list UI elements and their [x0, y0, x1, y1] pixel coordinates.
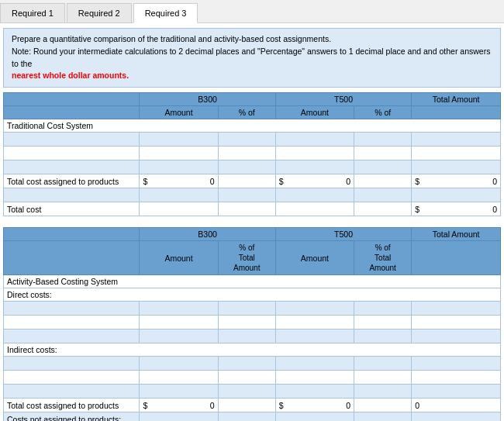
trad-input-d3-pct2[interactable]	[357, 163, 408, 172]
abc-input-dr1-pct2[interactable]	[357, 304, 408, 313]
abc-dr2-total[interactable]	[412, 316, 501, 330]
abc-ir3-pct1[interactable]	[218, 385, 275, 399]
trad-total-assigned-pct2[interactable]	[354, 174, 412, 188]
trad-d3-pct2[interactable]	[354, 160, 412, 174]
trad-d1-amt2[interactable]	[275, 133, 354, 147]
abc-dr2-amt1[interactable]	[140, 316, 218, 330]
abc-ir1-pct1[interactable]	[218, 357, 275, 371]
abc-ir2-amt2[interactable]	[275, 371, 354, 385]
abc-input-ir2-pct2[interactable]	[357, 373, 408, 382]
abc-input-ir2-amt1[interactable]	[143, 373, 214, 382]
abc-input-dr1-pct1[interactable]	[222, 304, 272, 313]
abc-input-ir1-total[interactable]	[415, 359, 497, 368]
tab-required-3[interactable]: Required 3	[133, 3, 198, 23]
abc-input-dr1-total[interactable]	[415, 304, 497, 313]
abc-dr2-pct1[interactable]	[218, 316, 275, 330]
abc-input-ir1-pct1[interactable]	[222, 359, 272, 368]
abc-input-total-pct2[interactable]	[357, 401, 408, 410]
abc-ir1-amt2[interactable]	[275, 357, 354, 371]
abc-input-ir3-pct2[interactable]	[357, 387, 408, 396]
trad-d2-amt2[interactable]	[275, 147, 354, 160]
abc-ir3-amt2[interactable]	[275, 385, 354, 399]
abc-dr1-pct2[interactable]	[354, 302, 412, 316]
trad-input-d3-pct1[interactable]	[222, 163, 272, 172]
trad-input-d2-pct2[interactable]	[357, 149, 408, 158]
trad-d2-amt1[interactable]	[140, 147, 218, 160]
abc-dr3-total[interactable]	[412, 330, 501, 343]
trad-input-d2-pct1[interactable]	[222, 149, 272, 158]
trad-input-d2-total[interactable]	[415, 149, 497, 158]
trad-input-d1-amt1[interactable]	[143, 135, 214, 144]
abc-input-dr3-amt2[interactable]	[279, 332, 350, 341]
abc-input-ir3-total[interactable]	[415, 387, 497, 396]
abc-input-dr3-total[interactable]	[415, 332, 497, 341]
abc-input-dr2-pct2[interactable]	[357, 318, 408, 327]
abc-input-dr1-amt2[interactable]	[279, 304, 350, 313]
trad-d1-pct2[interactable]	[354, 133, 412, 147]
abc-dr3-pct2[interactable]	[354, 330, 412, 343]
abc-ir2-pct2[interactable]	[354, 371, 412, 385]
abc-dr2-amt2[interactable]	[275, 316, 354, 330]
abc-input-ir2-pct1[interactable]	[222, 373, 272, 382]
trad-input-d2-amt2[interactable]	[279, 149, 350, 158]
trad-input-d1-pct1[interactable]	[222, 135, 272, 144]
abc-total-assigned-pct1[interactable]	[218, 399, 275, 412]
abc-ir1-amt1[interactable]	[140, 357, 218, 371]
abc-input-dr2-total[interactable]	[415, 318, 497, 327]
abc-input-dr2-amt2[interactable]	[279, 318, 350, 327]
abc-input-ir3-amt1[interactable]	[143, 387, 214, 396]
abc-dr1-pct1[interactable]	[218, 302, 275, 316]
abc-input-total-pct1[interactable]	[222, 401, 272, 410]
trad-d3-total[interactable]	[412, 160, 501, 174]
abc-ir1-pct2[interactable]	[354, 357, 412, 371]
trad-d2-pct2[interactable]	[354, 147, 412, 160]
abc-input-dr2-amt1[interactable]	[143, 318, 214, 327]
tab-required-2[interactable]: Required 2	[67, 3, 132, 22]
abc-input-ir2-amt2[interactable]	[279, 373, 350, 382]
abc-dr1-amt2[interactable]	[275, 302, 354, 316]
abc-dr1-total[interactable]	[412, 302, 501, 316]
abc-total-assigned-pct2[interactable]	[354, 399, 412, 412]
abc-ir2-total[interactable]	[412, 371, 501, 385]
trad-input-d3-amt2[interactable]	[279, 163, 350, 172]
abc-ir3-total[interactable]	[412, 385, 501, 399]
abc-dr3-amt2[interactable]	[275, 330, 354, 343]
abc-dr1-amt1[interactable]	[140, 302, 218, 316]
abc-input-ir2-total[interactable]	[415, 373, 497, 382]
abc-input-ir1-amt1[interactable]	[143, 359, 214, 368]
abc-input-ir1-pct2[interactable]	[357, 359, 408, 368]
trad-d1-total[interactable]	[412, 133, 501, 147]
trad-input-d1-total[interactable]	[415, 135, 497, 144]
trad-d3-pct1[interactable]	[218, 160, 275, 174]
trad-input-total-pct2[interactable]	[357, 177, 408, 186]
tab-required-1[interactable]: Required 1	[0, 3, 65, 22]
abc-input-dr3-pct1[interactable]	[222, 332, 272, 341]
trad-d1-pct1[interactable]	[218, 133, 275, 147]
abc-ir3-pct2[interactable]	[354, 385, 412, 399]
trad-d2-total[interactable]	[412, 147, 501, 160]
trad-input-d3-total[interactable]	[415, 163, 497, 172]
abc-input-ir3-pct1[interactable]	[222, 387, 272, 396]
abc-ir3-amt1[interactable]	[140, 385, 218, 399]
abc-ir2-amt1[interactable]	[140, 371, 218, 385]
abc-dr2-pct2[interactable]	[354, 316, 412, 330]
trad-total-assigned-pct1[interactable]	[218, 174, 275, 188]
trad-input-d2-amt1[interactable]	[143, 149, 214, 158]
trad-input-d1-amt2[interactable]	[279, 135, 350, 144]
trad-input-d1-pct2[interactable]	[357, 135, 408, 144]
abc-dr3-pct1[interactable]	[218, 330, 275, 343]
trad-input-total-pct1[interactable]	[222, 177, 272, 186]
trad-d1-amt1[interactable]	[140, 133, 218, 147]
trad-d3-amt1[interactable]	[140, 160, 218, 174]
abc-input-dr1-amt1[interactable]	[143, 304, 214, 313]
abc-ir2-pct1[interactable]	[218, 371, 275, 385]
abc-input-dr2-pct1[interactable]	[222, 318, 272, 327]
abc-input-ir3-amt2[interactable]	[279, 387, 350, 396]
trad-d2-pct1[interactable]	[218, 147, 275, 160]
trad-d3-amt2[interactable]	[275, 160, 354, 174]
abc-input-dr3-pct2[interactable]	[357, 332, 408, 341]
abc-input-dr3-amt1[interactable]	[143, 332, 214, 341]
abc-ir1-total[interactable]	[412, 357, 501, 371]
abc-dr3-amt1[interactable]	[140, 330, 218, 343]
trad-input-d3-amt1[interactable]	[143, 163, 214, 172]
